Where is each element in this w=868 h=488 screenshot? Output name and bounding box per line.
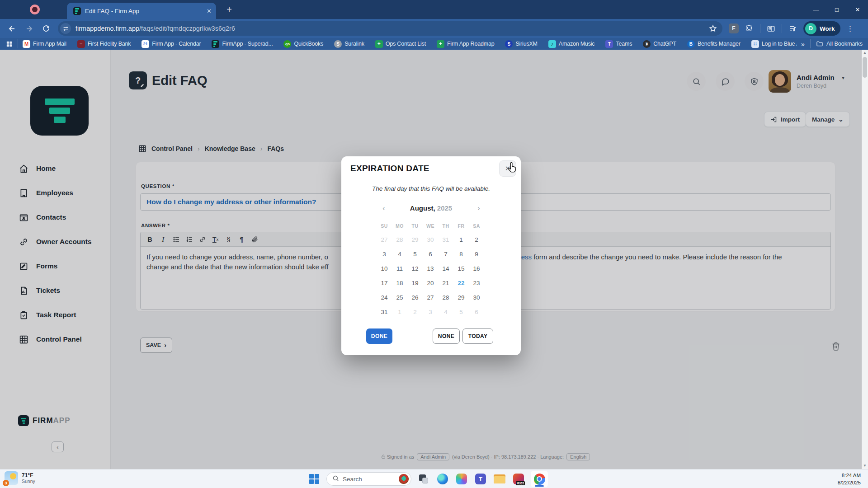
bookmark-label: QuickBooks bbox=[294, 41, 323, 47]
today-button[interactable]: TODAY bbox=[462, 328, 493, 344]
new-tab-button[interactable]: + bbox=[223, 4, 235, 16]
suralink-icon: S bbox=[334, 40, 342, 48]
calendar-day[interactable]: 23 bbox=[469, 276, 484, 290]
taskbar-weather-widget[interactable]: 3 71°FSunny bbox=[5, 471, 35, 485]
site-settings-icon[interactable] bbox=[60, 23, 71, 34]
maximize-window-button[interactable]: □ bbox=[826, 0, 847, 19]
edge-icon[interactable] bbox=[436, 472, 449, 486]
close-window-button[interactable]: ✕ bbox=[847, 0, 868, 19]
calendar-day[interactable]: 11 bbox=[392, 261, 407, 276]
browser-profile-button[interactable]: D Work bbox=[803, 21, 840, 36]
calendar-day: 2 bbox=[407, 305, 423, 319]
calendar-day[interactable]: 16 bbox=[469, 261, 484, 276]
bookmark-benefits-manager[interactable]: BBenefits Manager bbox=[687, 40, 741, 48]
bookmark-star-icon[interactable] bbox=[709, 24, 717, 33]
calendar-day[interactable]: 6 bbox=[423, 247, 438, 261]
file-explorer-icon[interactable] bbox=[493, 472, 506, 486]
calendar-day[interactable]: 18 bbox=[392, 276, 407, 290]
extensions-puzzle-icon[interactable] bbox=[745, 24, 754, 33]
all-bookmarks-button[interactable]: All Bookmarks bbox=[816, 40, 863, 47]
taskbar-search[interactable]: Search bbox=[326, 472, 411, 486]
forward-icon[interactable] bbox=[24, 23, 34, 34]
calendar-day[interactable]: 27 bbox=[423, 290, 438, 305]
calendar-day[interactable]: 12 bbox=[407, 261, 423, 276]
bookmarks-bar: MFirm App Mail≡First Fidelity Bank21Firm… bbox=[0, 38, 868, 50]
browser-menu-icon[interactable]: ⋮ bbox=[847, 24, 854, 33]
bookmark-suralink[interactable]: SSuralink bbox=[334, 40, 364, 48]
calendar-day[interactable]: 8 bbox=[453, 247, 469, 261]
day-header: TU bbox=[407, 223, 423, 229]
weather-icon: 3 bbox=[5, 471, 18, 485]
side-panel-search-icon[interactable] bbox=[767, 24, 775, 33]
modal-title: EXPIRATION DATE bbox=[350, 164, 429, 174]
bookmark-firm-app-calendar[interactable]: 21Firm App - Calendar bbox=[142, 40, 201, 48]
tab-close-icon[interactable]: ✕ bbox=[207, 8, 212, 14]
playlist-icon[interactable] bbox=[788, 24, 797, 33]
scrollbar-thumb[interactable] bbox=[863, 57, 867, 78]
sirius-icon: S bbox=[505, 40, 513, 48]
bookmark-siriusxm[interactable]: SSiriusXM bbox=[505, 40, 537, 48]
calendar-day[interactable]: 24 bbox=[377, 290, 392, 305]
browser-toolbar: firmappdemo.firm.app/faqs/edit/fqmdqczpg… bbox=[0, 19, 868, 38]
calendar-day[interactable]: 30 bbox=[469, 290, 484, 305]
copilot-icon[interactable] bbox=[455, 472, 468, 486]
calendar-day[interactable]: 7 bbox=[438, 247, 453, 261]
calendar-day[interactable]: 5 bbox=[407, 247, 423, 261]
teams-icon[interactable]: T bbox=[474, 472, 487, 486]
back-icon[interactable] bbox=[6, 23, 17, 34]
done-button[interactable]: DONE bbox=[366, 328, 392, 344]
calendar-day[interactable]: 3 bbox=[377, 247, 392, 261]
m365-icon[interactable]: M365 bbox=[512, 472, 525, 486]
bookmark-firmapp-superad[interactable]: FirmApp - Superad... bbox=[212, 40, 273, 48]
calendar-day[interactable]: 20 bbox=[423, 276, 438, 290]
calendar-day[interactable]: 14 bbox=[438, 261, 453, 276]
taskbar-clock[interactable]: 8:24 AM 8/22/2025 bbox=[838, 472, 861, 486]
none-button[interactable]: NONE bbox=[433, 328, 460, 344]
screen: Edit FAQ - Firm App ✕ + —□✕ firmappdemo.… bbox=[0, 0, 868, 488]
calendar-day: 27 bbox=[377, 232, 392, 247]
bookmark-quickbooks[interactable]: qbQuickBooks bbox=[283, 40, 323, 48]
scroll-up-icon[interactable]: ▲ bbox=[862, 50, 868, 56]
calendar-day[interactable]: 19 bbox=[407, 276, 423, 290]
apps-grid-icon[interactable] bbox=[5, 40, 13, 48]
bookmark-ops-contact-list[interactable]: +Ops Contact List bbox=[375, 40, 426, 48]
calendar-day[interactable]: 2 bbox=[469, 232, 484, 247]
browser-tab[interactable]: Edit FAQ - Firm App ✕ bbox=[67, 3, 216, 19]
bookmarks-overflow-icon[interactable]: » bbox=[801, 40, 805, 48]
bookmark-first-fidelity-bank[interactable]: ≡First Fidelity Bank bbox=[77, 40, 131, 48]
start-button-icon[interactable] bbox=[307, 472, 321, 486]
chrome-icon-active[interactable] bbox=[531, 471, 548, 487]
calendar-day-selected[interactable]: 22 bbox=[453, 276, 469, 290]
calendar-day[interactable]: 9 bbox=[469, 247, 484, 261]
calendar-day[interactable]: 26 bbox=[407, 290, 423, 305]
url-text: firmappdemo.firm.app/faqs/edit/fqmdqczpg… bbox=[75, 25, 235, 32]
day-header: WE bbox=[423, 223, 438, 229]
calendar-day: 1 bbox=[392, 305, 407, 319]
bookmark-log-in-to-blue-access[interactable]: ∷Log in to Blue Access bbox=[751, 40, 797, 48]
page-scrollbar[interactable]: ▲ ▼ bbox=[862, 50, 868, 469]
calendar-day[interactable]: 4 bbox=[392, 247, 407, 261]
calendar-day: 6 bbox=[469, 305, 484, 319]
task-view-icon[interactable] bbox=[417, 472, 430, 486]
address-bar[interactable]: firmappdemo.firm.app/faqs/edit/fqmdqczpg… bbox=[58, 21, 722, 36]
scroll-down-icon[interactable]: ▼ bbox=[862, 463, 868, 469]
bookmark-teams[interactable]: TTeams bbox=[605, 40, 632, 48]
calendar-day[interactable]: 21 bbox=[438, 276, 453, 290]
calendar-day[interactable]: 15 bbox=[453, 261, 469, 276]
calendar-day[interactable]: 10 bbox=[377, 261, 392, 276]
calendar-day[interactable]: 28 bbox=[438, 290, 453, 305]
calendar-day[interactable]: 17 bbox=[377, 276, 392, 290]
bookmark-chatgpt[interactable]: ✳ChatGPT bbox=[643, 40, 676, 48]
minimize-window-button[interactable]: — bbox=[806, 0, 826, 19]
calendar-day[interactable]: 25 bbox=[392, 290, 407, 305]
extension-f-icon[interactable]: F bbox=[729, 23, 739, 33]
calendar-day[interactable]: 31 bbox=[377, 305, 392, 319]
window-controls: —□✕ bbox=[806, 0, 868, 19]
bookmark-firm-app-roadmap[interactable]: +Firm App Roadmap bbox=[437, 40, 494, 48]
calendar-day[interactable]: 1 bbox=[453, 232, 469, 247]
reload-icon[interactable] bbox=[41, 23, 52, 34]
bookmark-firm-app-mail[interactable]: MFirm App Mail bbox=[23, 40, 66, 48]
calendar-day[interactable]: 29 bbox=[453, 290, 469, 305]
bookmark-amazon-music[interactable]: ♪Amazon Music bbox=[548, 40, 595, 48]
calendar-day[interactable]: 13 bbox=[423, 261, 438, 276]
